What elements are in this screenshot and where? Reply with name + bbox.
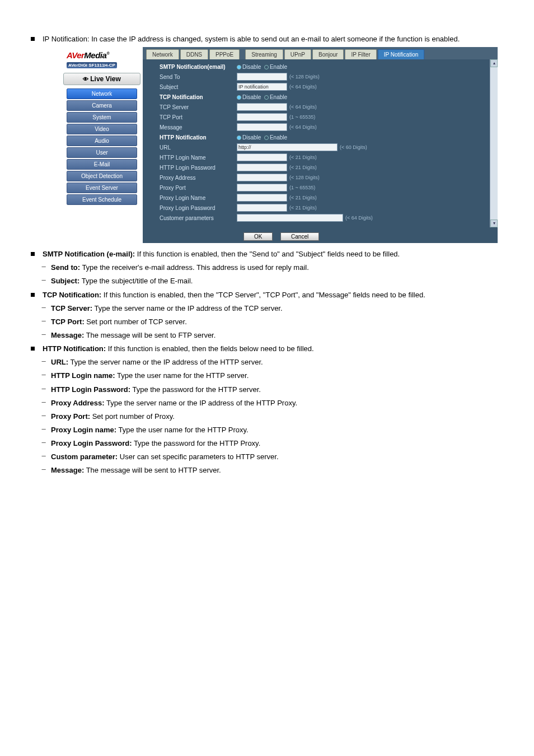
dash-icon: – [41,384,46,393]
nav-system[interactable]: System [67,112,137,123]
network-screenshot: AVerMedia® AVerDiGi SF1311H-CP 👁Live Vie… [61,47,498,243]
smtp-heading: SMTP Notification(email) [160,64,237,70]
http-sub8: Custom parameter: User can set specific … [51,451,279,463]
nav-user[interactable]: User [67,147,137,158]
form-area: SMTP Notification(email) Disable Enable … [143,59,498,227]
http-login-name-input[interactable] [237,153,287,161]
url-input[interactable] [237,143,338,151]
dash-icon: – [41,330,46,338]
cust-params-input[interactable] [237,214,343,222]
tab-ddns[interactable]: DDNS [180,49,208,59]
tabstrip: Network DDNS PPPoE Streaming UPnP Bonjou… [143,47,498,59]
dash-icon: – [41,370,46,379]
sendto-label: Send To [160,74,237,80]
eye-icon: 👁 [83,76,88,82]
subject-input[interactable] [237,83,287,91]
proxy-port-input[interactable] [237,184,287,192]
smtp-sub2: Subject: Type the subject/title of the E… [51,276,193,287]
hint: (< 64 Digits) [345,215,373,221]
nav-video[interactable]: Video [67,124,137,134]
smtp-sub1: Send to: Type the receiver's e-mail addr… [51,262,309,273]
tcp-heading: TCP Notification [160,94,237,100]
hint: (< 64 Digits) [289,84,317,90]
sendto-input[interactable] [237,73,287,81]
nav-email[interactable]: E-Mail [67,159,137,170]
hint: (1 ~ 65535) [289,114,315,120]
tab-ipnotification[interactable]: IP Notification [378,49,425,59]
tab-upnp[interactable]: UPnP [284,49,311,59]
http-sub2: HTTP Login name: Type the user name for … [51,370,249,381]
tcpserver-input[interactable] [237,103,287,111]
cust-params-label: Customer parameters [160,215,237,221]
tab-streaming[interactable]: Streaming [245,49,283,59]
scroll-down-icon[interactable]: ▾ [490,220,498,227]
tab-ipfilter[interactable]: IP Filter [345,49,376,59]
http-sub3: HTTP Login Password: Type the password f… [51,384,261,395]
proxy-addr-label: Proxy Address [160,175,237,181]
hint: (< 21 Digits) [289,165,317,170]
tcpport-input[interactable] [237,113,287,121]
http-sub4: Proxy Address: Type the server name or t… [51,398,297,409]
proxy-port-label: Proxy Port [160,185,237,191]
nav-event-schedule[interactable]: Event Schedule [67,194,137,205]
hint: (< 60 Digits) [340,144,367,150]
proxy-login-name-input[interactable] [237,194,287,202]
message-input[interactable] [237,123,287,131]
nav-object-detection[interactable]: Object Detection [67,171,137,181]
proxy-addr-input[interactable] [237,174,287,181]
hint: (< 64 Digits) [289,104,317,110]
proxy-login-pw-input[interactable] [237,204,287,212]
http-text: HTTP Notification: If this function is e… [43,343,314,354]
ok-button[interactable]: OK [243,232,273,241]
proxy-login-pw-label: Proxy Login Password [160,205,237,211]
http-login-name-label: HTTP Login Name [160,155,237,161]
dash-icon: – [41,303,46,311]
smtp-radio[interactable]: Disable Enable [237,64,287,70]
dash-icon: – [41,465,46,473]
nav-network[interactable]: Network [67,88,137,99]
smtp-text: SMTP Notification (e-mail): If this func… [43,249,400,260]
bullet-icon [31,252,35,256]
url-label: URL [160,144,237,151]
hint: (1 ~ 65535) [289,185,315,190]
main-panel: Network DDNS PPPoE Streaming UPnP Bonjou… [143,47,498,243]
bullet-icon [31,347,35,351]
http-sub7: Proxy Login Password: Type the password … [51,438,260,449]
nav-camera[interactable]: Camera [67,100,137,111]
cancel-button[interactable]: Cancel [280,232,319,241]
message-label: Message [160,124,237,130]
scroll-up-icon[interactable]: ▴ [490,59,498,67]
tab-network[interactable]: Network [146,49,179,59]
proxy-login-name-label: Proxy Login Name [160,195,237,201]
hint: (< 21 Digits) [289,205,317,211]
http-login-pw-label: HTTP Login Password [160,165,237,171]
scrollbar[interactable]: ▴ ▾ [490,59,498,227]
nav-audio[interactable]: Audio [67,136,137,146]
hint: (< 21 Digits) [289,195,317,200]
hint: (< 128 Digits) [289,74,320,80]
dash-icon: – [41,438,46,446]
bullet-icon [31,293,35,297]
http-sub6: Proxy Login name: Type the user name for… [51,424,249,436]
tcp-radio[interactable]: Disable Enable [237,94,287,100]
live-view-button[interactable]: 👁Live View [63,73,140,85]
tab-pppoe[interactable]: PPPoE [209,49,240,59]
tab-bonjour[interactable]: Bonjour [312,49,344,59]
tcpserver-label: TCP Server [160,104,237,110]
dash-icon: – [41,276,46,284]
hint: (< 21 Digits) [289,155,317,160]
bullet-icon [31,37,35,41]
dash-icon: – [41,262,46,270]
tcp-sub1: TCP Server: Type the server name or the … [51,303,283,314]
sidebar: AVerMedia® AVerDiGi SF1311H-CP 👁Live Vie… [61,47,143,243]
dash-icon: – [41,451,46,460]
nav-event-server[interactable]: Event Server [67,183,137,193]
tcpport-label: TCP Port [160,114,237,120]
http-login-pw-input[interactable] [237,164,287,171]
tcp-sub3: Message: The message will be sent to FTP… [51,330,216,341]
subject-label: Subject [160,84,237,90]
http-sub1: URL: Type the server name or the IP addr… [51,357,263,368]
dash-icon: – [41,357,46,365]
http-radio[interactable]: Disable Enable [237,134,287,141]
hint: (< 64 Digits) [289,124,317,130]
